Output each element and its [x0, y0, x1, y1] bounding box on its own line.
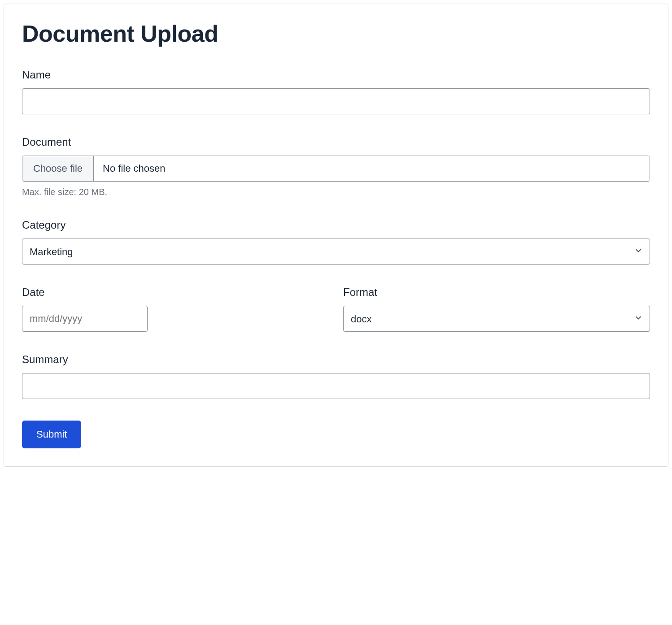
format-field-group: Format docx	[343, 286, 650, 332]
date-input[interactable]	[22, 306, 148, 332]
date-format-row: Date Format docx	[22, 286, 650, 332]
file-status-text: No file chosen	[94, 156, 650, 181]
file-helper-text: Max. file size: 20 MB.	[22, 187, 650, 197]
format-select-wrapper: docx	[343, 306, 650, 332]
summary-input[interactable]	[22, 373, 650, 399]
file-input-row: Choose file No file chosen	[22, 156, 650, 182]
submit-button[interactable]: Submit	[22, 421, 81, 448]
summary-label: Summary	[22, 353, 650, 366]
date-label: Date	[22, 286, 329, 299]
category-select-wrapper: Marketing	[22, 239, 650, 265]
name-input[interactable]	[22, 88, 650, 114]
category-field-group: Category Marketing	[22, 219, 650, 265]
page-title: Document Upload	[22, 20, 650, 47]
document-label: Document	[22, 136, 650, 148]
format-select[interactable]: docx	[343, 306, 650, 332]
document-upload-form: Document Upload Name Document Choose fil…	[4, 4, 668, 467]
date-field-group: Date	[22, 286, 329, 332]
format-label: Format	[343, 286, 650, 299]
choose-file-button[interactable]: Choose file	[22, 156, 94, 181]
summary-field-group: Summary	[22, 353, 650, 399]
category-select[interactable]: Marketing	[22, 239, 650, 265]
document-field-group: Document Choose file No file chosen Max.…	[22, 136, 650, 197]
name-field-group: Name	[22, 69, 650, 114]
name-label: Name	[22, 69, 650, 81]
category-label: Category	[22, 219, 650, 231]
